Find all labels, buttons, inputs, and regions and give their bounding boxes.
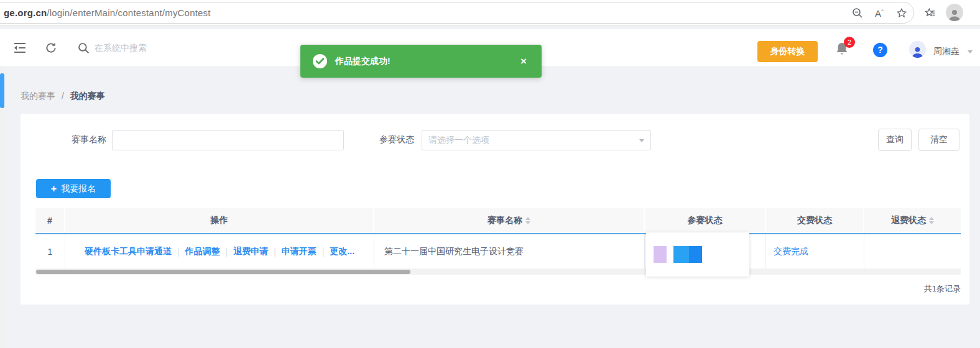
browser-profile-avatar[interactable] bbox=[946, 4, 963, 21]
register-button[interactable]: + 我要报名 bbox=[36, 179, 111, 198]
op-separator: | bbox=[274, 247, 276, 257]
record-count: 共1条记录 bbox=[35, 275, 961, 295]
op-separator: | bbox=[322, 247, 325, 257]
success-check-icon bbox=[313, 54, 327, 68]
sort-icon[interactable] bbox=[525, 217, 530, 224]
op-hardware-board-link[interactable]: 硬件板卡工具申请通道 bbox=[85, 246, 172, 257]
toast-close-icon[interactable]: × bbox=[520, 55, 527, 68]
op-separator: | bbox=[177, 247, 180, 257]
col-refund-status-label: 退费状态 bbox=[891, 215, 926, 226]
search-icon[interactable] bbox=[76, 40, 91, 55]
op-separator: | bbox=[226, 247, 228, 257]
horizontal-scrollbar-thumb[interactable] bbox=[36, 270, 410, 274]
collections-icon[interactable] bbox=[922, 5, 938, 21]
select-placeholder: 请选择一个选项 bbox=[428, 135, 489, 146]
vertical-scrollbar-thumb[interactable] bbox=[0, 73, 4, 108]
plus-icon: + bbox=[51, 184, 57, 194]
col-refund-status[interactable]: 退费状态 bbox=[864, 208, 961, 233]
op-work-adjust-link[interactable]: 作品调整 bbox=[185, 246, 220, 257]
payment-status-link[interactable]: 交费完成 bbox=[766, 246, 808, 257]
url-text[interactable]: ge.org.cn/login/enterMain/contestant/myC… bbox=[4, 7, 211, 18]
url-domain: ge.org.cn bbox=[4, 7, 47, 18]
success-toast: 作品提交成功! × bbox=[300, 45, 542, 78]
row-index-cell: 1 bbox=[35, 234, 65, 269]
system-search-input[interactable] bbox=[95, 38, 281, 58]
user-dropdown-caret-icon[interactable] bbox=[968, 50, 973, 53]
participation-status-label: 参赛状态 bbox=[379, 134, 414, 145]
user-avatar[interactable] bbox=[909, 41, 926, 58]
browser-address-bar: ge.org.cn/login/enterMain/contestant/myC… bbox=[0, 0, 980, 25]
select-caret-icon bbox=[639, 139, 644, 142]
col-participation-status: 参赛状态 bbox=[645, 208, 766, 233]
breadcrumb-parent[interactable]: 我的赛事 bbox=[21, 91, 55, 101]
table-row: 1 硬件板卡工具申请通道 | 作品调整 | 退费申请 | 申请开票 | 更改..… bbox=[35, 234, 961, 269]
notification-count-badge: 2 bbox=[844, 37, 855, 48]
horizontal-scrollbar[interactable] bbox=[35, 269, 961, 275]
favorite-star-icon[interactable] bbox=[894, 5, 910, 21]
identity-switch-button[interactable]: 身份转换 bbox=[757, 41, 818, 62]
table-header-row: # 操作 赛事名称 参赛状态 交费状态 退费状态 bbox=[35, 208, 961, 233]
participation-status-overlay bbox=[646, 232, 749, 277]
col-payment-status-label: 交费状态 bbox=[797, 215, 832, 226]
op-refund-apply-link[interactable]: 退费申请 bbox=[233, 246, 268, 257]
contest-name-text: 第二十一届中国研究生电子设计竞赛 bbox=[384, 246, 524, 257]
toast-message: 作品提交成功! bbox=[335, 56, 520, 67]
participation-status-select[interactable]: 请选择一个选项 bbox=[422, 130, 651, 150]
url-path: /login/enterMain/contestant/myContest bbox=[47, 7, 210, 18]
row-index: 1 bbox=[48, 247, 53, 257]
contest-name-input[interactable] bbox=[112, 130, 344, 150]
col-operations: 操作 bbox=[65, 208, 374, 233]
col-payment-status: 交费状态 bbox=[766, 208, 864, 233]
row-payment-status-cell: 交费完成 bbox=[766, 234, 864, 269]
breadcrumb-current: 我的赛事 bbox=[70, 91, 105, 101]
zoom-out-icon[interactable] bbox=[849, 5, 866, 21]
row-operations-cell: 硬件板卡工具申请通道 | 作品调整 | 退费申请 | 申请开票 | 更改... bbox=[65, 234, 374, 269]
clear-button[interactable]: 清空 bbox=[918, 129, 959, 151]
col-operations-label: 操作 bbox=[211, 215, 228, 226]
help-icon[interactable]: ? bbox=[873, 43, 887, 57]
contest-name-label: 赛事名称 bbox=[72, 134, 106, 145]
menu-fold-icon[interactable] bbox=[12, 40, 27, 55]
col-participation-status-label: 参赛状态 bbox=[688, 215, 723, 226]
contest-table: # 操作 赛事名称 参赛状态 交费状态 退费状态 1 硬件板卡工具申请通道 | … bbox=[35, 208, 961, 295]
sort-icon[interactable] bbox=[929, 217, 934, 224]
col-contest-name-label: 赛事名称 bbox=[488, 215, 522, 226]
status-badge-purple bbox=[654, 246, 667, 263]
notification-bell-icon[interactable]: 2 bbox=[835, 42, 854, 60]
op-change-link[interactable]: 更改... bbox=[330, 246, 354, 257]
refresh-icon[interactable] bbox=[44, 40, 58, 55]
read-aloud-icon[interactable]: A^ bbox=[871, 5, 887, 21]
row-refund-status-cell bbox=[864, 234, 961, 269]
register-button-label: 我要报名 bbox=[61, 183, 96, 195]
col-index: # bbox=[35, 208, 65, 233]
col-contest-name[interactable]: 赛事名称 bbox=[374, 208, 645, 233]
breadcrumb-separator: / bbox=[62, 91, 64, 101]
username-label[interactable]: 周湘垚 bbox=[933, 46, 959, 57]
col-index-label: # bbox=[47, 216, 52, 226]
row-participation-status-cell bbox=[645, 234, 766, 269]
row-contest-name-cell: 第二十一届中国研究生电子设计竞赛 bbox=[374, 234, 645, 269]
breadcrumb: 我的赛事 / 我的赛事 bbox=[21, 91, 105, 102]
content-card: 赛事名称 参赛状态 请选择一个选项 查询 清空 + 我要报名 # 操作 赛事名称… bbox=[21, 114, 969, 304]
status-badge-blue bbox=[673, 246, 702, 263]
op-invoice-apply-link[interactable]: 申请开票 bbox=[282, 246, 317, 257]
query-button[interactable]: 查询 bbox=[878, 129, 912, 151]
vertical-scrollbar[interactable] bbox=[0, 67, 4, 348]
